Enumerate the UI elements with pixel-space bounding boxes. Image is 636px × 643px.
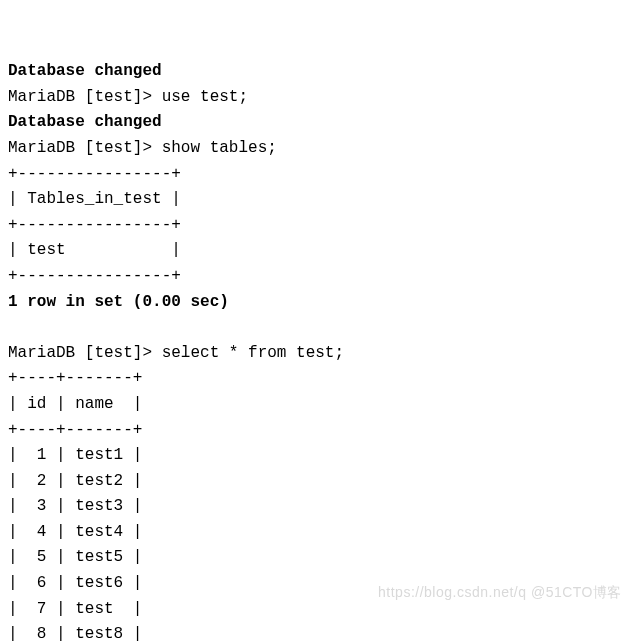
table-row: | 6 | test6 | bbox=[8, 574, 142, 592]
table-row: | 7 | test | bbox=[8, 600, 142, 618]
table-row: | test | bbox=[8, 241, 181, 259]
table-border: +----+-------+ bbox=[8, 421, 142, 439]
table-header: | Tables_in_test | bbox=[8, 190, 181, 208]
db-changed-msg: Database changed bbox=[8, 113, 162, 131]
table-border: +----+-------+ bbox=[8, 369, 142, 387]
prompt-select: MariaDB [test]> select * from test; bbox=[8, 344, 344, 362]
result-summary: 1 row in set (0.00 sec) bbox=[8, 293, 229, 311]
table-border: +----------------+ bbox=[8, 216, 181, 234]
db-changed-msg: Database changed bbox=[8, 62, 162, 80]
table-row: | 8 | test8 | bbox=[8, 625, 142, 643]
table-border: +----------------+ bbox=[8, 165, 181, 183]
table-row: | 2 | test2 | bbox=[8, 472, 142, 490]
table-row: | 4 | test4 | bbox=[8, 523, 142, 541]
table-row: | 3 | test3 | bbox=[8, 497, 142, 515]
watermark: https://blog.csdn.net/q @51CTO博客 bbox=[378, 581, 622, 603]
prompt-show-tables: MariaDB [test]> show tables; bbox=[8, 139, 277, 157]
table-row: | 5 | test5 | bbox=[8, 548, 142, 566]
table-row: | 1 | test1 | bbox=[8, 446, 142, 464]
table-border: +----------------+ bbox=[8, 267, 181, 285]
table-header: | id | name | bbox=[8, 395, 142, 413]
prompt-use-test: MariaDB [test]> use test; bbox=[8, 88, 248, 106]
